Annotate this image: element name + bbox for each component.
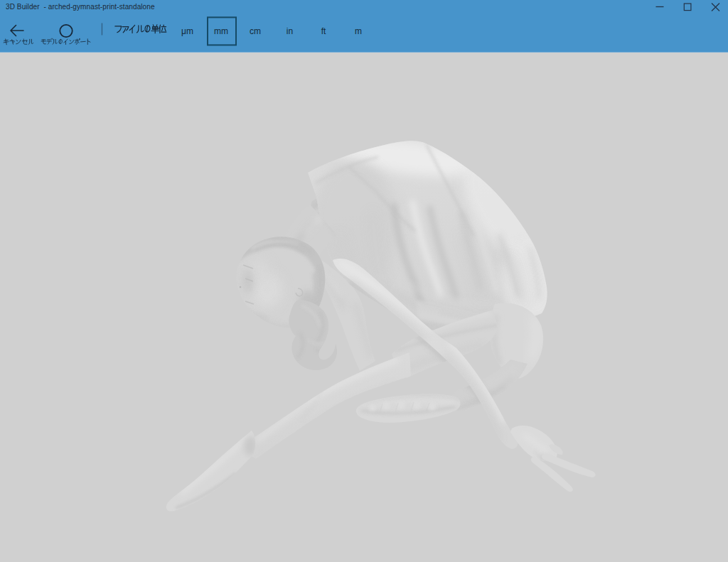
svg-text:m: m: [355, 26, 362, 36]
svg-text:mm: mm: [214, 26, 228, 36]
svg-text:ft: ft: [321, 26, 326, 36]
svg-text:in: in: [287, 26, 293, 36]
svg-text:cm: cm: [250, 26, 261, 36]
svg-text:μm: μm: [181, 26, 193, 36]
